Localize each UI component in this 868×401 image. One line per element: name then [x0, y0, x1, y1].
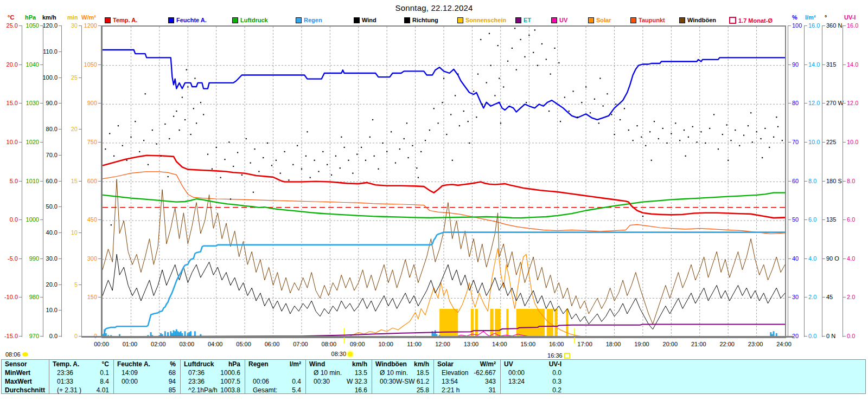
stat-value: 4.01	[97, 386, 113, 394]
table-row: 07:361000.6	[181, 368, 245, 377]
axis-tick-label: 20	[71, 126, 78, 132]
moonrise-time: 08:06	[5, 351, 21, 358]
legend-square-icon	[232, 17, 238, 23]
axis-tick	[843, 258, 846, 259]
moon-icon	[22, 352, 28, 357]
legend-label: Feuchte A.	[176, 17, 207, 23]
table-group-uv: UVUV-I00:000.013:240.30.2	[500, 360, 566, 393]
axis-tick	[59, 77, 61, 78]
stat-value: 343	[485, 377, 500, 386]
table-row: 14:0968	[114, 368, 180, 377]
stat-value: 1000.6	[220, 368, 245, 377]
legend-item-solar: Solar	[588, 17, 611, 23]
hour-label: 12:00	[429, 341, 457, 347]
axis-tick	[843, 219, 846, 220]
legend-open-square-icon	[729, 17, 736, 24]
axis-tick-label: 0.0	[49, 333, 58, 339]
moonrise-marker: 08:06	[5, 351, 28, 358]
table-row: 25.8	[372, 386, 433, 394]
stat-time: 2:21 h	[434, 386, 459, 394]
sensor-unit: km/h	[414, 360, 433, 368]
axis-tick-label: 10.0	[808, 139, 820, 145]
table-group-header: Regenl/m²	[245, 360, 305, 368]
axis-tick	[805, 181, 807, 182]
stat-value: 25.8	[417, 386, 433, 394]
axis-tick-label: 1030	[26, 100, 39, 106]
legend-label: Temp. A.	[113, 17, 137, 23]
hour-label: 03:00	[173, 341, 201, 347]
axis-unit-uv: UV-I	[844, 14, 856, 21]
table-group-temp-a-: Temp. A.°C23:360.101:338.4(+ 2.31 )4.01	[49, 360, 113, 393]
legend-label: Luftdruck	[240, 17, 268, 23]
axis-tick-label: 16.0	[847, 23, 858, 29]
sensor-name: Temp. A.	[49, 360, 79, 368]
axis-tick-label: 180 S	[826, 178, 842, 184]
axis-tick-label: 8.0	[847, 178, 855, 184]
axis-tick	[822, 103, 825, 104]
axis-tick-label: 50	[792, 217, 799, 223]
axis-tick-label: 300	[87, 256, 97, 262]
table-row-label: MaxWert	[2, 377, 49, 386]
stat-time: 00:00	[501, 368, 525, 377]
table-row: ^2.1hPa/h1003.8	[181, 386, 245, 394]
axis-unit-lm2: l/m²	[805, 14, 816, 21]
axis-tick	[59, 232, 61, 233]
table-row: 00:0094	[114, 377, 180, 386]
hour-label: 06:00	[258, 341, 286, 347]
axis-tick-label: 2.0	[847, 294, 855, 300]
weather-chart-plot	[101, 25, 786, 338]
axis-tick	[79, 77, 81, 78]
axis-tick	[40, 64, 43, 65]
axis-tick	[59, 258, 61, 259]
axis-tick-label: 1050	[84, 62, 97, 68]
hour-label: 21:00	[685, 341, 713, 347]
axis-tick-label: -5.0	[8, 256, 18, 262]
legend-square-icon	[630, 17, 636, 23]
axis-tick-label: 1000	[26, 217, 39, 223]
stat-value: 31	[489, 386, 500, 394]
table-group-header: LuftdruckhPa	[181, 360, 245, 368]
hour-label: 23:00	[742, 341, 770, 347]
sensor-name: Luftdruck	[181, 360, 214, 368]
axis-tick	[805, 64, 807, 65]
axis-tick-label: 4.0	[847, 256, 855, 262]
axis-tick-label: 270 W	[826, 100, 844, 106]
hour-label: 17:00	[571, 341, 599, 347]
sensor-name: Feuchte A.	[114, 360, 150, 368]
axis-tick-label: 1020	[26, 139, 39, 145]
legend-item-uv: UV	[551, 17, 567, 23]
table-row: 16.6	[306, 386, 372, 394]
stat-value: W-SW 61.2	[396, 377, 433, 386]
sunset-time: 16:36	[547, 352, 563, 359]
axis-tick	[822, 297, 825, 297]
axis-unit-temp: °C	[8, 14, 14, 21]
legend-item-1-7-monat-: 1.7 Monat-Ø	[729, 17, 773, 24]
table-row: 2:21 h31	[434, 386, 500, 394]
stat-value: 0.0	[552, 368, 566, 377]
legend-label: ET	[524, 17, 531, 23]
axis-tick-label: 80.0	[46, 126, 58, 132]
legend-item-wind: Wind	[354, 17, 376, 23]
axis-tick	[788, 219, 791, 220]
axis-tick-label: 970	[29, 333, 39, 339]
axis-tick	[822, 64, 825, 65]
stat-value: 5.4	[292, 386, 305, 394]
legend-square-icon	[588, 17, 594, 23]
sensor-unit: hPa	[228, 360, 245, 368]
axis-unit-min: min	[67, 14, 78, 21]
axis-tick	[788, 258, 791, 259]
stat-value: 85	[169, 386, 180, 394]
table-row: 00:30W-SW 61.2	[372, 377, 433, 386]
axis-tick-label: 1050	[26, 23, 39, 29]
axis-tick-label: 980	[29, 294, 39, 300]
hour-label: 22:00	[713, 341, 741, 347]
axis-line-lm2	[804, 25, 805, 337]
axis-tick	[805, 103, 807, 104]
legend-label: Richtung	[412, 17, 438, 23]
axis-tick-label: 315	[826, 62, 836, 68]
stat-time: 00:00	[114, 377, 138, 386]
sensor-unit: %	[170, 360, 180, 368]
stat-value: 0.1	[100, 368, 113, 377]
axis-tick-label: 12.0	[808, 100, 820, 106]
stat-value: 13.5	[355, 368, 372, 377]
